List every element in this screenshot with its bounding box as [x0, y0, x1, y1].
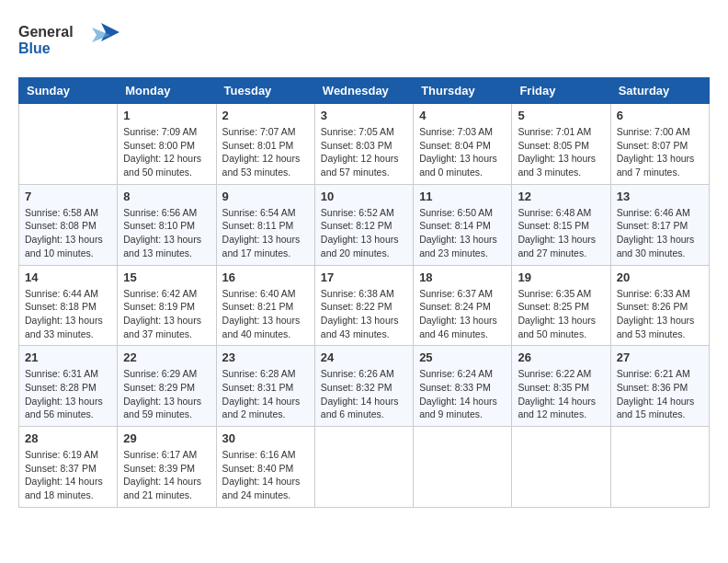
weekday-header-sunday: Sunday [19, 78, 118, 104]
calendar-cell: 15Sunrise: 6:42 AM Sunset: 8:19 PM Dayli… [118, 265, 216, 346]
day-number: 14 [25, 270, 111, 284]
day-number: 11 [419, 190, 506, 203]
day-number: 21 [25, 350, 111, 364]
svg-marker-2 [101, 23, 119, 41]
day-number: 12 [518, 190, 604, 203]
day-info: Sunrise: 6:22 AM Sunset: 8:35 PM Dayligh… [518, 367, 604, 421]
calendar-week-row: 7Sunrise: 6:58 AM Sunset: 8:08 PM Daylig… [19, 184, 710, 265]
weekday-header-friday: Friday [512, 78, 610, 104]
weekday-header-wednesday: Wednesday [314, 78, 413, 104]
day-info: Sunrise: 6:29 AM Sunset: 8:29 PM Dayligh… [123, 367, 210, 421]
day-number: 9 [222, 190, 309, 203]
calendar-cell: 24Sunrise: 6:26 AM Sunset: 8:32 PM Dayli… [314, 346, 413, 427]
day-number: 6 [617, 109, 703, 122]
day-info: Sunrise: 6:42 AM Sunset: 8:19 PM Dayligh… [123, 287, 210, 341]
calendar-cell: 12Sunrise: 6:48 AM Sunset: 8:15 PM Dayli… [512, 184, 610, 265]
calendar-cell: 26Sunrise: 6:22 AM Sunset: 8:35 PM Dayli… [512, 346, 610, 427]
day-number: 1 [123, 109, 210, 122]
day-info: Sunrise: 6:58 AM Sunset: 8:08 PM Dayligh… [25, 206, 111, 260]
day-info: Sunrise: 6:56 AM Sunset: 8:10 PM Dayligh… [123, 206, 210, 260]
calendar-cell: 6Sunrise: 7:00 AM Sunset: 8:07 PM Daylig… [610, 104, 709, 185]
day-info: Sunrise: 6:44 AM Sunset: 8:18 PM Dayligh… [25, 287, 111, 341]
day-number: 22 [123, 350, 210, 364]
calendar-cell [19, 104, 118, 185]
calendar-cell: 4Sunrise: 7:03 AM Sunset: 8:04 PM Daylig… [414, 104, 512, 185]
calendar-cell: 18Sunrise: 6:37 AM Sunset: 8:24 PM Dayli… [414, 265, 512, 346]
day-info: Sunrise: 6:16 AM Sunset: 8:40 PM Dayligh… [222, 448, 309, 502]
day-number: 3 [321, 109, 407, 122]
calendar-cell: 22Sunrise: 6:29 AM Sunset: 8:29 PM Dayli… [118, 346, 216, 427]
calendar-cell: 5Sunrise: 7:01 AM Sunset: 8:05 PM Daylig… [512, 104, 610, 185]
day-number: 27 [617, 350, 703, 364]
day-info: Sunrise: 6:33 AM Sunset: 8:26 PM Dayligh… [617, 287, 703, 341]
day-number: 29 [123, 431, 210, 445]
calendar-cell: 1Sunrise: 7:09 AM Sunset: 8:00 PM Daylig… [118, 104, 216, 185]
day-info: Sunrise: 6:38 AM Sunset: 8:22 PM Dayligh… [321, 287, 407, 341]
day-info: Sunrise: 6:21 AM Sunset: 8:36 PM Dayligh… [617, 367, 703, 421]
calendar-cell: 14Sunrise: 6:44 AM Sunset: 8:18 PM Dayli… [19, 265, 118, 346]
day-info: Sunrise: 6:40 AM Sunset: 8:21 PM Dayligh… [222, 287, 309, 341]
day-info: Sunrise: 6:17 AM Sunset: 8:39 PM Dayligh… [123, 448, 210, 502]
calendar-cell: 2Sunrise: 7:07 AM Sunset: 8:01 PM Daylig… [216, 104, 314, 185]
day-number: 19 [518, 270, 604, 284]
svg-text:Blue: Blue [18, 40, 51, 56]
weekday-header-thursday: Thursday [414, 78, 512, 104]
calendar-cell: 7Sunrise: 6:58 AM Sunset: 8:08 PM Daylig… [19, 184, 118, 265]
calendar-cell: 13Sunrise: 6:46 AM Sunset: 8:17 PM Dayli… [610, 184, 709, 265]
weekday-header-row: SundayMondayTuesdayWednesdayThursdayFrid… [19, 78, 710, 104]
calendar-cell: 9Sunrise: 6:54 AM Sunset: 8:11 PM Daylig… [216, 184, 314, 265]
day-info: Sunrise: 6:26 AM Sunset: 8:32 PM Dayligh… [321, 367, 407, 421]
day-number: 13 [617, 190, 703, 203]
calendar-cell: 17Sunrise: 6:38 AM Sunset: 8:22 PM Dayli… [314, 265, 413, 346]
calendar-cell [314, 427, 413, 508]
day-number: 17 [321, 270, 407, 284]
day-number: 24 [321, 350, 407, 364]
calendar-cell: 29Sunrise: 6:17 AM Sunset: 8:39 PM Dayli… [118, 427, 216, 508]
calendar-cell: 3Sunrise: 7:05 AM Sunset: 8:03 PM Daylig… [314, 104, 413, 185]
calendar-cell: 19Sunrise: 6:35 AM Sunset: 8:25 PM Dayli… [512, 265, 610, 346]
day-info: Sunrise: 7:07 AM Sunset: 8:01 PM Dayligh… [222, 125, 309, 179]
calendar-cell [414, 427, 512, 508]
day-number: 18 [419, 270, 506, 284]
calendar-cell: 23Sunrise: 6:28 AM Sunset: 8:31 PM Dayli… [216, 346, 314, 427]
svg-text:General: General [18, 24, 74, 40]
calendar-cell [512, 427, 610, 508]
day-number: 26 [518, 350, 604, 364]
day-info: Sunrise: 6:31 AM Sunset: 8:28 PM Dayligh… [25, 367, 111, 421]
calendar-cell: 16Sunrise: 6:40 AM Sunset: 8:21 PM Dayli… [216, 265, 314, 346]
day-number: 7 [25, 190, 111, 203]
day-number: 20 [617, 270, 703, 284]
calendar-week-row: 21Sunrise: 6:31 AM Sunset: 8:28 PM Dayli… [19, 346, 710, 427]
calendar-cell: 30Sunrise: 6:16 AM Sunset: 8:40 PM Dayli… [216, 427, 314, 508]
calendar-week-row: 1Sunrise: 7:09 AM Sunset: 8:00 PM Daylig… [19, 104, 710, 185]
day-info: Sunrise: 6:54 AM Sunset: 8:11 PM Dayligh… [222, 206, 309, 260]
day-number: 5 [518, 109, 604, 122]
calendar-cell: 8Sunrise: 6:56 AM Sunset: 8:10 PM Daylig… [118, 184, 216, 265]
day-info: Sunrise: 7:05 AM Sunset: 8:03 PM Dayligh… [321, 125, 407, 179]
weekday-header-saturday: Saturday [610, 78, 709, 104]
calendar-cell: 10Sunrise: 6:52 AM Sunset: 8:12 PM Dayli… [314, 184, 413, 265]
calendar-cell: 25Sunrise: 6:24 AM Sunset: 8:33 PM Dayli… [414, 346, 512, 427]
day-number: 2 [222, 109, 309, 122]
day-info: Sunrise: 6:37 AM Sunset: 8:24 PM Dayligh… [419, 287, 506, 341]
weekday-header-monday: Monday [118, 78, 216, 104]
calendar-week-row: 28Sunrise: 6:19 AM Sunset: 8:37 PM Dayli… [19, 427, 710, 508]
day-info: Sunrise: 6:52 AM Sunset: 8:12 PM Dayligh… [321, 206, 407, 260]
day-info: Sunrise: 7:09 AM Sunset: 8:00 PM Dayligh… [123, 125, 210, 179]
day-info: Sunrise: 7:00 AM Sunset: 8:07 PM Dayligh… [617, 125, 703, 179]
day-info: Sunrise: 6:46 AM Sunset: 8:17 PM Dayligh… [617, 206, 703, 260]
logo-svg: General Blue [18, 18, 119, 64]
calendar-cell: 11Sunrise: 6:50 AM Sunset: 8:14 PM Dayli… [414, 184, 512, 265]
day-number: 23 [222, 350, 309, 364]
calendar-cell: 20Sunrise: 6:33 AM Sunset: 8:26 PM Dayli… [610, 265, 709, 346]
day-number: 10 [321, 190, 407, 203]
day-info: Sunrise: 6:48 AM Sunset: 8:15 PM Dayligh… [518, 206, 604, 260]
calendar-cell: 27Sunrise: 6:21 AM Sunset: 8:36 PM Dayli… [610, 346, 709, 427]
day-number: 16 [222, 270, 309, 284]
day-number: 28 [25, 431, 111, 445]
day-info: Sunrise: 6:24 AM Sunset: 8:33 PM Dayligh… [419, 367, 506, 421]
day-info: Sunrise: 7:03 AM Sunset: 8:04 PM Dayligh… [419, 125, 506, 179]
day-number: 8 [123, 190, 210, 203]
calendar-cell [610, 427, 709, 508]
day-info: Sunrise: 6:19 AM Sunset: 8:37 PM Dayligh… [25, 448, 111, 502]
